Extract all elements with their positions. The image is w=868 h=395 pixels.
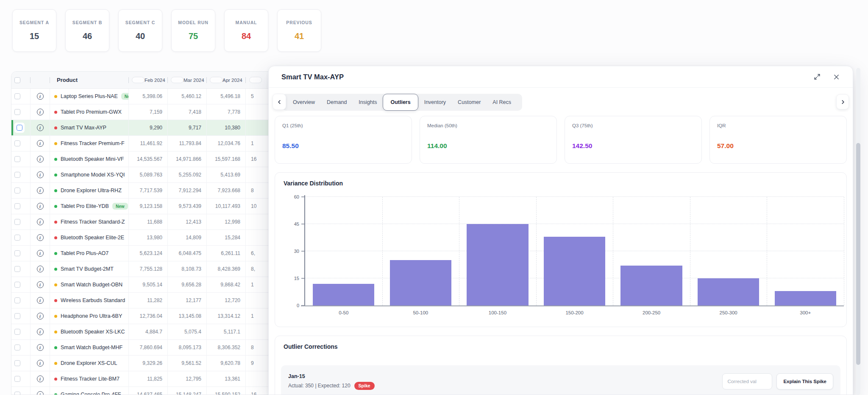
bar-150-200[interactable] bbox=[544, 237, 605, 305]
month-value-cell[interactable]: 11,793.84 bbox=[168, 136, 207, 151]
month-value-cell[interactable]: 14,535.567 bbox=[129, 151, 168, 167]
month-value-cell[interactable]: 9,329.26 bbox=[129, 356, 168, 371]
month-value-cell[interactable]: 10,380 bbox=[207, 120, 246, 135]
month-value-cell[interactable]: 7,755.128 bbox=[129, 261, 168, 277]
month-value-cell[interactable]: 5,255.092 bbox=[168, 167, 207, 182]
month-value-cell[interactable]: 15,284 bbox=[207, 230, 246, 245]
info-icon[interactable]: i bbox=[37, 156, 44, 162]
row-checkbox[interactable] bbox=[14, 250, 20, 256]
month-value-cell[interactable]: 15,597.168 bbox=[207, 151, 246, 167]
table-row[interactable]: iSmart TV Budget-2MT7,755.1288,108.738,4… bbox=[11, 261, 286, 277]
month-value-cell[interactable]: 15,590.152 bbox=[207, 387, 246, 395]
info-icon[interactable]: i bbox=[37, 187, 44, 194]
month-value-cell[interactable]: 8,108.73 bbox=[168, 261, 207, 277]
tab-ai-recs[interactable]: AI Recs bbox=[487, 94, 517, 111]
month-value-cell[interactable]: 7,778 bbox=[207, 104, 246, 120]
month-value-cell[interactable]: 9,123.158 bbox=[129, 199, 168, 214]
bar-100-150[interactable] bbox=[467, 224, 528, 305]
info-icon[interactable]: i bbox=[37, 109, 44, 115]
month-value-cell[interactable]: 8,306.352 bbox=[207, 340, 246, 355]
tab-demand[interactable]: Demand bbox=[321, 94, 353, 111]
row-checkbox[interactable] bbox=[14, 282, 20, 288]
month-value-cell[interactable]: 9,717 bbox=[168, 120, 207, 135]
month-value-cell[interactable]: 12,177 bbox=[168, 293, 207, 308]
info-icon[interactable]: i bbox=[37, 360, 44, 367]
kpi-card-segment-b[interactable]: SEGMENT B46 bbox=[65, 9, 109, 52]
month-value-cell[interactable]: 5,496.18 bbox=[207, 89, 246, 104]
bar-0-50[interactable] bbox=[313, 284, 374, 305]
info-icon[interactable]: i bbox=[37, 219, 44, 225]
product-column-header[interactable]: Product bbox=[50, 72, 129, 88]
tab-outliers[interactable]: Outliers bbox=[383, 94, 418, 111]
row-checkbox[interactable] bbox=[14, 156, 20, 162]
kpi-card-previous[interactable]: PREVIOUS41 bbox=[277, 9, 321, 52]
info-icon[interactable]: i bbox=[37, 93, 44, 100]
month-value-cell[interactable]: 14,809 bbox=[168, 230, 207, 245]
info-icon[interactable]: i bbox=[37, 266, 44, 272]
column-header-mar-2024[interactable]: Mar 2024 bbox=[168, 72, 207, 88]
month-value-cell[interactable]: 7,717.539 bbox=[129, 183, 168, 198]
table-row[interactable]: iSmart Watch Budget-OBN9,505.149,656.289… bbox=[11, 277, 286, 293]
month-value-cell[interactable]: 5,089.763 bbox=[129, 167, 168, 182]
kpi-card-segment-a[interactable]: SEGMENT A15 bbox=[12, 9, 56, 52]
panel-scrollbar-thumb[interactable] bbox=[856, 143, 860, 365]
month-value-cell[interactable]: 6,261.11 bbox=[207, 246, 246, 261]
month-value-cell[interactable]: 11,688 bbox=[129, 214, 168, 230]
month-value-cell[interactable]: 4,884.7 bbox=[129, 324, 168, 339]
table-row[interactable]: iTablet Pro Plus-AO75,623.1246,048.4756,… bbox=[11, 246, 286, 261]
month-value-cell[interactable]: 5,413.69 bbox=[207, 167, 246, 182]
select-all-checkbox[interactable] bbox=[14, 77, 20, 83]
table-row[interactable]: iFitness Tracker Standard-Z11,68812,4131… bbox=[11, 214, 286, 230]
info-icon[interactable]: i bbox=[37, 391, 44, 395]
column-header-feb-2024[interactable]: Feb 2024 bbox=[129, 72, 168, 88]
month-value-cell[interactable]: 9,290 bbox=[129, 120, 168, 135]
month-value-cell[interactable]: 5,117.1 bbox=[207, 324, 246, 339]
info-icon[interactable]: i bbox=[37, 140, 44, 147]
row-checkbox[interactable] bbox=[14, 93, 20, 99]
row-checkbox[interactable] bbox=[14, 376, 20, 382]
month-value-cell[interactable]: 5,075.4 bbox=[168, 324, 207, 339]
month-value-cell[interactable]: 9,505.14 bbox=[129, 277, 168, 292]
month-value-cell[interactable]: 7,923.668 bbox=[207, 183, 246, 198]
month-value-cell[interactable]: 9,656.28 bbox=[168, 277, 207, 292]
bar-250-300[interactable] bbox=[698, 278, 759, 305]
row-checkbox[interactable] bbox=[14, 140, 20, 146]
month-value-cell[interactable]: 14,971.866 bbox=[168, 151, 207, 167]
row-checkbox[interactable] bbox=[14, 235, 20, 241]
month-value-cell[interactable]: 12,736.04 bbox=[129, 308, 168, 324]
month-value-cell[interactable]: 13,361 bbox=[207, 371, 246, 387]
row-checkbox[interactable] bbox=[14, 360, 20, 366]
close-icon[interactable] bbox=[832, 73, 840, 81]
tab-customer[interactable]: Customer bbox=[452, 94, 487, 111]
row-checkbox[interactable] bbox=[14, 203, 20, 209]
month-value-cell[interactable]: 5,460.12 bbox=[168, 89, 207, 104]
month-value-cell[interactable]: 12,795 bbox=[168, 371, 207, 387]
table-row[interactable]: iBluetooth Speaker XS-LKC4,884.75,075.45… bbox=[11, 324, 286, 340]
row-checkbox[interactable] bbox=[14, 219, 20, 225]
month-value-cell[interactable]: 9,620.78 bbox=[207, 356, 246, 371]
table-row[interactable]: iLaptop Series Plus-NAENew5,398.065,460.… bbox=[11, 89, 286, 104]
row-checkbox[interactable] bbox=[17, 125, 22, 131]
month-value-cell[interactable]: 7,418 bbox=[168, 104, 207, 120]
info-icon[interactable]: i bbox=[37, 250, 44, 257]
table-row[interactable]: iDrone Explorer XS-CUL9,329.269,561.529,… bbox=[11, 356, 286, 371]
month-value-cell[interactable]: 11,825 bbox=[129, 371, 168, 387]
row-checkbox[interactable] bbox=[14, 345, 20, 350]
info-icon[interactable]: i bbox=[37, 328, 44, 335]
table-row[interactable]: iFitness Tracker Premium-F11,461.9211,79… bbox=[11, 136, 286, 151]
bar-200-250[interactable] bbox=[620, 266, 682, 305]
tab-overview[interactable]: Overview bbox=[287, 94, 321, 111]
table-row[interactable]: iFitness Tracker Lite-BM711,82512,79513,… bbox=[11, 371, 286, 387]
table-row[interactable]: iBluetooth Speaker Mini-VF14,535.56714,9… bbox=[11, 151, 286, 167]
month-value-cell[interactable]: 5,623.124 bbox=[129, 246, 168, 261]
kpi-card-segment-c[interactable]: SEGMENT C40 bbox=[118, 9, 162, 52]
table-row[interactable]: iWireless Earbuds Standard11,28212,17712… bbox=[11, 293, 286, 308]
month-value-cell[interactable]: 14,637.465 bbox=[129, 387, 168, 395]
month-value-cell[interactable]: 13,145.08 bbox=[168, 308, 207, 324]
kpi-card-model-run[interactable]: MODEL RUN75 bbox=[171, 9, 215, 52]
table-row[interactable]: iBluetooth Speaker Elite-2E13,98014,8091… bbox=[11, 230, 286, 246]
month-value-cell[interactable]: 12,034.76 bbox=[207, 136, 246, 151]
expand-icon[interactable] bbox=[813, 73, 821, 81]
month-value-cell[interactable]: 7,912.294 bbox=[168, 183, 207, 198]
tab-inventory[interactable]: Inventory bbox=[418, 94, 452, 111]
